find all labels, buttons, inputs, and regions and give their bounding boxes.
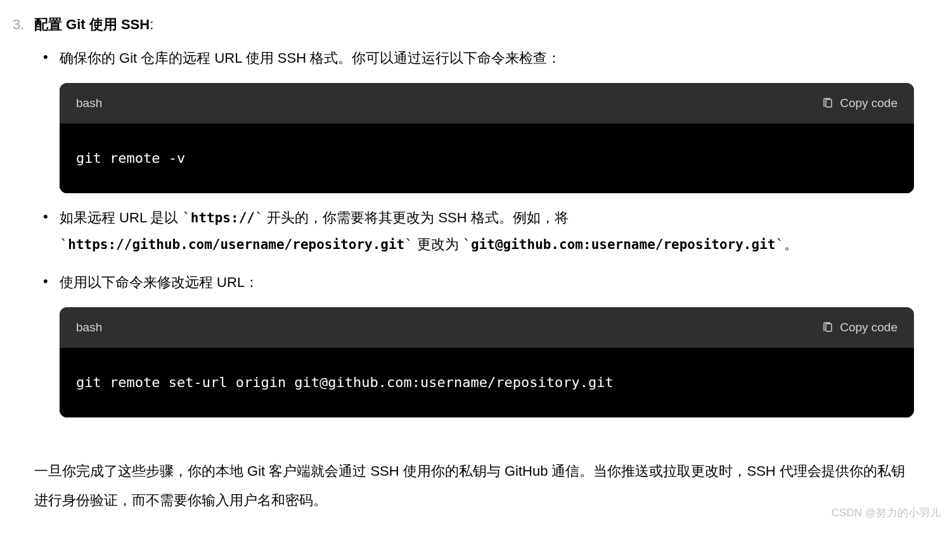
bullet-text-segment: 开头的，你需要将其更改为 SSH 格式。例如，将 <box>263 210 569 226</box>
code-header: bash Copy code <box>60 83 914 124</box>
backtick: ` <box>60 236 68 252</box>
backtick: ` <box>404 236 413 252</box>
heading-text: 配置 Git 使用 SSH <box>34 16 150 32</box>
bullet-text-segment: 。 <box>784 236 798 252</box>
code-language-label: bash <box>76 316 102 339</box>
backtick: ` <box>183 210 191 226</box>
backtick: ` <box>775 236 783 252</box>
svg-rect-1 <box>826 324 832 331</box>
inline-code: https://github.com/username/repository.g… <box>68 237 404 252</box>
code-block: bash Copy code git remote set-url origin… <box>60 307 914 417</box>
inline-code: https:// <box>191 210 255 226</box>
code-header: bash Copy code <box>60 307 914 348</box>
clipboard-icon <box>822 98 833 109</box>
clipboard-icon <box>822 322 833 333</box>
bullet-text: 确保你的 Git 仓库的远程 URL 使用 SSH 格式。你可以通过运行以下命令… <box>60 50 561 66</box>
svg-rect-0 <box>826 99 832 107</box>
code-block: bash Copy code git remote -v <box>60 83 914 193</box>
bullet-text-segment: 更改为 <box>413 236 463 252</box>
inline-code: git@github.com:username/repository.git <box>471 237 775 252</box>
bullet-item: 使用以下命令来修改远程 URL： bash Copy code git remo… <box>34 269 914 417</box>
bullet-text: 使用以下命令来修改远程 URL： <box>60 274 259 290</box>
bullet-list: 确保你的 Git 仓库的远程 URL 使用 SSH 格式。你可以通过运行以下命令… <box>34 45 914 417</box>
list-number: 3. <box>13 13 34 36</box>
copy-code-button[interactable]: Copy code <box>822 316 897 339</box>
list-content: 配置 Git 使用 SSH: 确保你的 Git 仓库的远程 URL 使用 SSH… <box>34 13 914 429</box>
heading-colon: : <box>150 16 153 32</box>
copy-code-label: Copy code <box>840 316 897 339</box>
backtick: ` <box>463 236 471 252</box>
bullet-item: 如果远程 URL 是以 `https://` 开头的，你需要将其更改为 SSH … <box>34 205 914 258</box>
backtick: ` <box>255 210 263 226</box>
copy-code-button[interactable]: Copy code <box>822 92 897 115</box>
ordered-list-item: 3. 配置 Git 使用 SSH: 确保你的 Git 仓库的远程 URL 使用 … <box>13 13 914 429</box>
section-heading: 配置 Git 使用 SSH: <box>34 13 914 36</box>
closing-paragraph: 一旦你完成了这些步骤，你的本地 Git 客户端就会通过 SSH 使用你的私钥与 … <box>34 457 914 515</box>
bullet-text-segment: 如果远程 URL 是以 <box>60 210 183 226</box>
code-language-label: bash <box>76 92 102 115</box>
bullet-item: 确保你的 Git 仓库的远程 URL 使用 SSH 格式。你可以通过运行以下命令… <box>34 45 914 193</box>
code-content: git remote -v <box>60 124 914 193</box>
code-content: git remote set-url origin git@github.com… <box>60 348 914 417</box>
copy-code-label: Copy code <box>840 92 897 115</box>
